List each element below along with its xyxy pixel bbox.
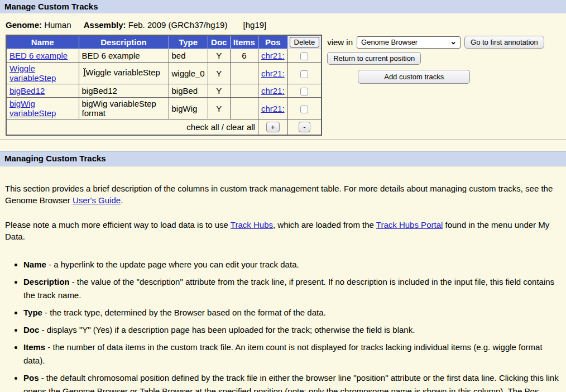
table-footer-row: check all / clear all + - bbox=[6, 119, 322, 135]
assembly-label: Assembly: bbox=[84, 20, 126, 30]
track-items bbox=[230, 98, 258, 119]
track-items bbox=[230, 63, 258, 84]
track-doc: Y bbox=[208, 98, 230, 119]
bullet-term: Items bbox=[23, 342, 45, 352]
bullet-term: Description bbox=[23, 277, 70, 286]
check-clear-label: check all / clear all bbox=[6, 119, 258, 135]
column-header-pos: Pos bbox=[258, 35, 287, 49]
table-row: Wiggle variableStep Wiggle variableStep … bbox=[6, 63, 322, 84]
assembly-value: Feb. 2009 (GRCh37/hg19) bbox=[128, 20, 228, 30]
delete-checkbox[interactable] bbox=[300, 52, 308, 60]
bullet-text: - the value of the "description" attribu… bbox=[23, 277, 554, 300]
bullet-term: Pos bbox=[23, 373, 39, 383]
check-all-button[interactable]: + bbox=[266, 122, 280, 132]
track-doc: Y bbox=[208, 63, 230, 84]
page-title-bar: Manage Custom Tracks bbox=[0, 0, 566, 13]
custom-tracks-table: Name Description Type Doc Items Pos Dele… bbox=[6, 35, 322, 136]
track-items: 6 bbox=[230, 49, 258, 63]
track-controls: view in Genome Browser ⌄ Go to first ann… bbox=[327, 35, 544, 84]
track-hubs-link[interactable]: Track Hubs bbox=[231, 220, 273, 230]
track-type: bed bbox=[169, 49, 208, 63]
track-pos-link[interactable]: chr21: bbox=[261, 51, 285, 60]
track-description: BED 6 example bbox=[79, 49, 169, 63]
track-type: bigBed bbox=[169, 84, 208, 98]
track-name-link[interactable]: bigWig variableStep bbox=[9, 99, 56, 118]
delete-checkbox[interactable] bbox=[300, 88, 308, 95]
track-hubs-portal-link[interactable]: Track Hubs Portal bbox=[376, 220, 443, 230]
db-tag: [hg19] bbox=[243, 20, 267, 30]
column-header-type: Type bbox=[169, 35, 208, 49]
bullet-text: - the number of data items in the custom… bbox=[23, 342, 543, 365]
track-hubs-paragraph: Please note a much more efficient way to… bbox=[5, 219, 561, 242]
track-description: bigBed12 bbox=[79, 84, 169, 98]
return-to-current-position-button[interactable]: Return to current position bbox=[327, 52, 421, 65]
table-row: bigBed12 bigBed12 bigBed Y chr21: bbox=[6, 84, 322, 98]
table-row: bigWig variableStep bigWig variableStep … bbox=[6, 98, 322, 119]
delete-checkbox[interactable] bbox=[300, 70, 308, 78]
manage-tracks-section: Genome: Human Assembly: Feb. 2009 (GRCh3… bbox=[0, 13, 566, 140]
intro-text-end: . bbox=[121, 195, 123, 205]
bullet-text: - a hyperlink to the update page where y… bbox=[46, 260, 299, 269]
clear-all-button[interactable]: - bbox=[299, 122, 310, 132]
list-item: Description - the value of the "descript… bbox=[23, 275, 561, 302]
genome-assembly-line: Genome: Human Assembly: Feb. 2009 (GRCh3… bbox=[6, 20, 566, 30]
managing-tracks-title-bar: Managing Custom Tracks bbox=[0, 151, 566, 166]
chevron-down-icon: ⌄ bbox=[450, 39, 457, 44]
list-item: Pos - the default chromosomal position d… bbox=[23, 371, 561, 392]
list-item: Doc - displays "Y" (Yes) if a descriptio… bbox=[23, 323, 561, 337]
track-name-link[interactable]: Wiggle variableStep bbox=[9, 64, 56, 83]
track-type: bigWig bbox=[169, 98, 208, 119]
track-items bbox=[230, 84, 258, 98]
intro-paragraph: This section provides a brief descriptio… bbox=[5, 183, 561, 206]
section-title: Managing Custom Tracks bbox=[4, 154, 106, 163]
bullet-term: Doc bbox=[23, 325, 39, 334]
track-description: bigWig variableStep format bbox=[79, 98, 169, 119]
add-custom-tracks-button[interactable]: Add custom tracks bbox=[358, 70, 470, 84]
go-to-first-annotation-button[interactable]: Go to first annotation bbox=[464, 36, 544, 49]
bullet-term: Type bbox=[23, 308, 42, 317]
column-header-delete: Delete bbox=[287, 35, 322, 49]
track-pos-link[interactable]: chr21: bbox=[261, 69, 285, 78]
bullet-text: - the track type, determined by the Brow… bbox=[42, 308, 326, 317]
delete-checkbox[interactable] bbox=[300, 106, 308, 113]
delete-button[interactable]: Delete bbox=[290, 37, 320, 47]
track-doc: Y bbox=[208, 84, 230, 98]
track-name-link[interactable]: BED 6 example bbox=[9, 51, 68, 60]
view-in-selected-value: Genome Browser bbox=[361, 38, 418, 46]
column-header-items: Items bbox=[230, 35, 258, 49]
column-description-list: Name - a hyperlink to the update page wh… bbox=[12, 258, 561, 392]
bullet-term: Name bbox=[23, 260, 46, 269]
list-item: Type - the track type, determined by the… bbox=[23, 306, 561, 319]
view-in-select[interactable]: Genome Browser ⌄ bbox=[357, 36, 461, 49]
bullet-text: - displays "Y" (Yes) if a description pa… bbox=[39, 325, 415, 334]
view-in-label: view in bbox=[327, 37, 353, 47]
list-item: Items - the number of data items in the … bbox=[23, 341, 561, 367]
track-pos-link[interactable]: chr21: bbox=[261, 104, 285, 113]
track-doc: Y bbox=[208, 49, 230, 63]
table-header-row: Name Description Type Doc Items Pos Dele… bbox=[6, 35, 322, 49]
table-row: BED 6 example BED 6 example bed Y 6 chr2… bbox=[6, 49, 322, 63]
track-type: wiggle_0 bbox=[169, 63, 208, 84]
hubs-text-mid: , which are loaded from the bbox=[273, 220, 376, 230]
track-name-link[interactable]: bigBed12 bbox=[9, 86, 45, 95]
hubs-text: Please note a much more efficient way to… bbox=[5, 220, 231, 230]
list-item: Name - a hyperlink to the update page wh… bbox=[23, 258, 561, 271]
column-header-name: Name bbox=[6, 35, 79, 49]
managing-tracks-section: This section provides a brief descriptio… bbox=[0, 183, 566, 392]
column-header-doc: Doc bbox=[208, 35, 230, 49]
genome-label: Genome: bbox=[6, 20, 42, 30]
track-description: Wiggle variableStep bbox=[86, 68, 160, 77]
genome-value: Human bbox=[44, 20, 71, 30]
users-guide-link[interactable]: User's Guide bbox=[73, 195, 121, 205]
track-pos-link[interactable]: chr21: bbox=[261, 86, 285, 95]
bullet-text: - the default chromosomal position defin… bbox=[23, 373, 559, 392]
page-title: Manage Custom Tracks bbox=[4, 2, 98, 11]
column-header-description: Description bbox=[79, 35, 169, 49]
